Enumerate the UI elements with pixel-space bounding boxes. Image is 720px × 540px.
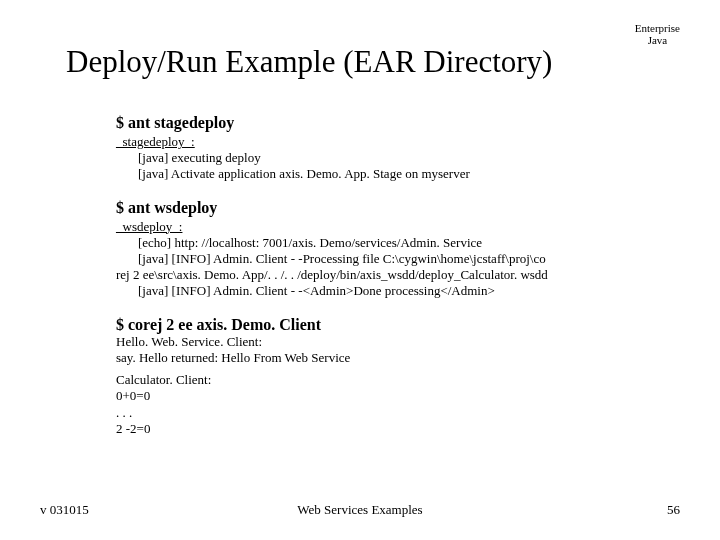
cmd-stagedeploy: $ ant stagedeploy	[116, 114, 660, 132]
output-line: Hello. Web. Service. Client:	[116, 334, 660, 350]
target-stagedeploy: _stagedeploy_:	[116, 134, 660, 150]
output-line: [java] [INFO] Admin. Client - -Processin…	[116, 251, 660, 267]
slide-title: Deploy/Run Example (EAR Directory)	[66, 44, 552, 80]
output-line-wrap: rej 2 ee\src\axis. Demo. App/. . /. . /d…	[116, 267, 660, 283]
cmd-wsdeploy: $ ant wsdeploy	[116, 199, 660, 217]
corner-line-2: Java	[635, 34, 680, 46]
output-line: Calculator. Client:	[116, 372, 660, 388]
slide-body: $ ant stagedeploy _stagedeploy_: [java] …	[116, 110, 660, 437]
output-line: 0+0=0	[116, 388, 660, 404]
footer-center: Web Services Examples	[0, 502, 720, 518]
corner-tag: Enterprise Java	[635, 22, 680, 46]
output-line: say. Hello returned: Hello From Web Serv…	[116, 350, 660, 366]
output-line: [java] Activate application axis. Demo. …	[116, 166, 660, 182]
slide: Enterprise Java Deploy/Run Example (EAR …	[0, 0, 720, 540]
footer-page-number: 56	[667, 502, 680, 518]
output-line: [java] [INFO] Admin. Client - -<Admin>Do…	[116, 283, 660, 299]
target-wsdeploy: _wsdeploy_:	[116, 219, 660, 235]
output-line: 2 -2=0	[116, 421, 660, 437]
cmd-democlient: $ corej 2 ee axis. Demo. Client	[116, 316, 660, 334]
corner-line-1: Enterprise	[635, 22, 680, 34]
output-line: [echo] http: //localhost: 7001/axis. Dem…	[116, 235, 660, 251]
output-line: [java] executing deploy	[116, 150, 660, 166]
output-line: . . .	[116, 405, 660, 421]
